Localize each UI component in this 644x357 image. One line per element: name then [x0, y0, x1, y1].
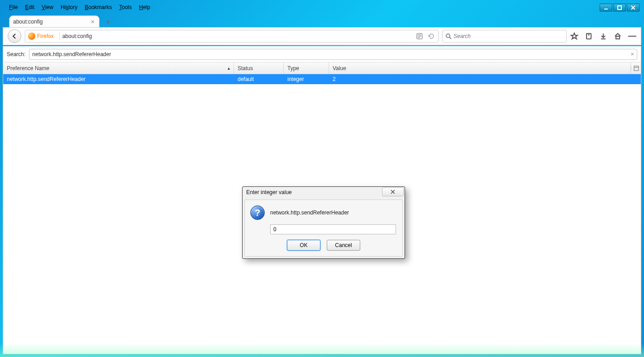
clear-search-icon[interactable]: ×: [630, 51, 634, 57]
tab-title: about:config: [13, 19, 90, 25]
os-close-button[interactable]: [627, 4, 639, 12]
column-value[interactable]: Value: [329, 62, 631, 74]
search-bar[interactable]: [442, 30, 567, 43]
menu-help[interactable]: Help: [136, 3, 153, 12]
question-icon: ?: [250, 205, 265, 220]
column-type[interactable]: Type: [284, 62, 329, 74]
tab-about-config[interactable]: about:config ×: [9, 15, 100, 27]
pocket-icon[interactable]: [585, 32, 593, 40]
cancel-button[interactable]: Cancel: [327, 240, 360, 251]
row-pref-value: 2: [329, 76, 641, 82]
column-picker-icon[interactable]: [631, 66, 641, 71]
plus-icon: +: [106, 19, 110, 26]
dialog-title: Enter integer value: [246, 189, 292, 195]
dialog-pref-label: network.http.sendRefererHeader: [270, 209, 349, 216]
url-bar[interactable]: Firefox about:config: [25, 30, 439, 43]
row-pref-name: network.http.sendRefererHeader: [3, 76, 234, 82]
sort-ascending-icon: ▴: [228, 66, 230, 71]
dialog-close-button[interactable]: [382, 187, 404, 196]
menu-view[interactable]: View: [39, 3, 56, 12]
svg-point-8: [446, 34, 450, 38]
search-input[interactable]: [453, 33, 563, 39]
svg-marker-10: [571, 33, 577, 39]
reload-icon[interactable]: [427, 32, 435, 40]
menu-tools[interactable]: Tools: [116, 3, 134, 12]
ok-button[interactable]: OK: [287, 240, 320, 251]
row-pref-type: integer: [284, 76, 329, 82]
svg-rect-11: [587, 33, 591, 39]
dialog-titlebar[interactable]: Enter integer value: [243, 187, 405, 198]
config-table-header: Preference Name ▴ Status Type Value: [3, 62, 641, 74]
menu-edit[interactable]: Edit: [22, 3, 37, 12]
firefox-icon: [28, 33, 35, 40]
menu-bar: FFileile Edit View History Bookmarks Too…: [3, 3, 641, 12]
config-search-input[interactable]: [32, 51, 630, 57]
enter-integer-dialog: Enter integer value ? network.http.sendR…: [242, 186, 405, 259]
column-preference-name[interactable]: Preference Name ▴: [3, 62, 234, 74]
bookmark-star-icon[interactable]: [570, 32, 578, 40]
os-maximize-button[interactable]: [613, 4, 626, 12]
menu-bookmarks[interactable]: Bookmarks: [82, 3, 114, 12]
config-search-label: Search:: [7, 51, 25, 57]
navigation-toolbar: Firefox about:config: [3, 27, 641, 45]
menu-history[interactable]: History: [58, 3, 80, 12]
os-minimize-button[interactable]: [600, 4, 612, 12]
reader-mode-icon[interactable]: [415, 32, 424, 40]
config-search-row: Search: ×: [3, 46, 641, 62]
url-text: about:config: [62, 33, 92, 39]
svg-rect-16: [634, 66, 639, 71]
hamburger-menu-icon[interactable]: [628, 32, 636, 40]
back-button[interactable]: [8, 29, 21, 43]
about-config-page: Search: × Preference Name ▴ Status Type …: [3, 46, 641, 354]
search-icon: [445, 33, 452, 39]
config-row-selected[interactable]: network.http.sendRefererHeader default i…: [3, 74, 641, 84]
home-icon[interactable]: [614, 32, 622, 40]
tab-close-icon[interactable]: ×: [90, 18, 95, 25]
svg-rect-15: [616, 36, 620, 39]
new-tab-button[interactable]: +: [102, 17, 114, 27]
config-search-box[interactable]: ×: [29, 49, 637, 60]
column-status[interactable]: Status: [234, 62, 284, 74]
menu-file[interactable]: FFileile: [6, 3, 20, 12]
svg-line-9: [449, 37, 451, 39]
row-pref-status: default: [234, 76, 284, 82]
svg-rect-1: [618, 6, 621, 10]
dialog-integer-input[interactable]: [270, 224, 396, 234]
downloads-icon[interactable]: [599, 32, 607, 40]
identity-label: Firefox: [37, 33, 54, 39]
tab-strip: about:config × +: [3, 14, 641, 27]
